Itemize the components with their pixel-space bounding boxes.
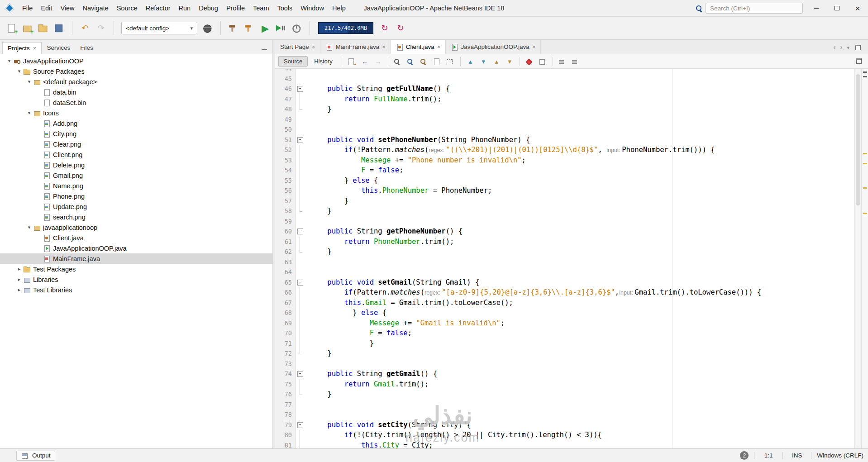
line-number[interactable]: 69 [275,318,296,329]
code-line[interactable]: 69 Messege += "Gmail is invalid\n"; [275,318,854,329]
tree-item-icons[interactable]: ▾Icons [0,108,272,118]
code-line[interactable]: 57 } [275,196,854,206]
close-tab-icon[interactable] [312,44,315,50]
menu-refactor[interactable]: Refactor [142,0,175,16]
editor-scrollbar[interactable] [854,69,861,448]
view-button-history[interactable]: History [309,56,338,67]
panel-tab-projects[interactable]: Projects [2,42,42,54]
line-number[interactable]: 66 [275,287,296,298]
tree-item-default-package[interactable]: ▾<default package> [0,76,272,87]
maximize-editor-icon[interactable] [854,43,861,51]
line-number[interactable]: 49 [275,114,296,125]
menu-file[interactable]: File [18,0,37,16]
line-number[interactable]: 64 [275,267,296,277]
menu-navigate[interactable]: Navigate [79,0,113,16]
profile-points-button[interactable]: ↻ [393,21,408,35]
code-line[interactable]: 48 } [275,104,854,114]
code-line[interactable]: 63 [275,257,854,267]
notifications-badge[interactable]: 2 [740,451,749,460]
memory-indicator[interactable]: 217.5/402.0MB [318,22,373,34]
code-line[interactable]: 60 public String getPhoneNumber() { [275,226,854,237]
line-number[interactable]: 81 [275,440,296,449]
line-number[interactable]: 47 [275,94,296,105]
close-button[interactable] [847,0,868,17]
error-stripe-mark[interactable] [863,76,867,77]
line-number[interactable]: 51 [275,135,296,145]
line-number[interactable]: 53 [275,155,296,166]
code-line[interactable]: 53 Messege += "Phone number is invalid\n… [275,155,854,166]
tree-item-update-png[interactable]: Update.png [0,201,272,212]
tree-item-client-png[interactable]: Client.png [0,149,272,160]
code-line[interactable]: 44 [275,69,854,74]
tree-item-delete-png[interactable]: Delete.png [0,160,272,170]
next-occurrence-button[interactable]: ▾ [504,56,516,67]
line-ending-indicator[interactable]: Windows (CRLF) [817,452,863,459]
code-line[interactable]: 52 if(!Pattern.matches(regex: "((\\+201)… [275,145,854,155]
close-tab-icon[interactable] [33,45,37,51]
error-stripe-mark[interactable] [863,71,867,73]
tree-item-javaapplicationoop[interactable]: ▾JavaApplicationOOP [0,56,272,66]
line-number[interactable]: 48 [275,104,296,114]
panel-tab-files[interactable]: Files [75,42,98,54]
scroll-tabs-right-icon[interactable] [840,43,842,50]
line-number[interactable]: 52 [275,145,296,155]
fold-marker[interactable] [296,84,304,94]
search-input[interactable] [706,3,803,14]
line-number[interactable]: 65 [275,277,296,288]
project-configuration-button[interactable] [200,21,215,35]
tree-item-clear-png[interactable]: Clear.png [0,139,272,149]
tree-item-name-png[interactable]: Name.png [0,181,272,191]
code-line[interactable]: 65 public void setGmail(String Gmail) { [275,277,854,288]
line-number[interactable]: 58 [275,206,296,216]
tab-list-dropdown-icon[interactable] [847,43,849,50]
menu-help[interactable]: Help [328,0,350,16]
redo-button[interactable]: ↷ [94,21,108,35]
find-selection-button[interactable] [405,56,417,67]
line-number[interactable]: 74 [275,369,296,379]
error-stripe-mark[interactable] [863,153,867,154]
toggle-highlight-button[interactable] [537,56,549,67]
line-number[interactable]: 62 [275,247,296,257]
scroll-tabs-left-icon[interactable] [833,43,835,50]
code-line[interactable]: 72 } [275,348,854,359]
editor-tab-mainframe-java[interactable]: MainFrame.java [320,40,391,54]
line-number[interactable]: 79 [275,420,296,430]
close-tab-icon[interactable] [437,44,441,50]
code-line[interactable]: 54 F = false; [275,165,854,176]
line-number[interactable]: 78 [275,410,296,420]
tree-item-data-bin[interactable]: data.bin [0,87,272,97]
forward-button[interactable]: → [372,56,384,67]
menu-view[interactable]: View [56,0,78,16]
previous-bookmark-button[interactable]: ▴ [464,56,477,67]
last-edit-button[interactable]: • [346,56,358,67]
line-number[interactable]: 77 [275,400,296,410]
line-number[interactable]: 46 [275,84,296,94]
line-number[interactable]: 76 [275,389,296,400]
uncomment-button[interactable] [570,56,582,67]
output-tab[interactable]: Output [16,451,55,461]
menu-debug[interactable]: Debug [195,0,222,16]
line-number[interactable]: 55 [275,176,296,186]
expand-arrow-icon[interactable]: ▾ [25,79,33,85]
code-line[interactable]: 56 this.PhoneNumber = PhoneNumber; [275,186,854,196]
menu-edit[interactable]: Edit [37,0,56,16]
code-line[interactable]: 67 this.Gmail = Gmail.trim().toLowerCase… [275,298,854,308]
editor-tab-client-java[interactable]: Client.java [391,40,446,54]
code-line[interactable]: 50 [275,124,854,135]
menu-team[interactable]: Team [249,0,273,16]
collapse-panel-button[interactable] [262,49,267,50]
code-line[interactable]: 68 } else { [275,308,854,318]
line-number[interactable]: 61 [275,237,296,247]
find-button[interactable] [392,56,404,67]
line-number[interactable]: 73 [275,359,296,369]
menu-source[interactable]: Source [113,0,142,16]
line-number[interactable]: 75 [275,379,296,390]
error-stripe-mark[interactable] [863,187,867,189]
editor-tab-javaapplicationoop-java[interactable]: JavaApplicationOOP.java [446,40,541,54]
code-line[interactable]: 77 [275,400,854,410]
profile-project-button[interactable] [290,21,304,35]
code-line[interactable]: 75 return Gmail.trim(); [275,379,854,390]
expand-arrow-icon[interactable]: ▾ [25,224,33,230]
code-line[interactable]: 74 public String getGmail() { [275,369,854,379]
insert-mode-indicator[interactable]: INS [788,452,806,459]
